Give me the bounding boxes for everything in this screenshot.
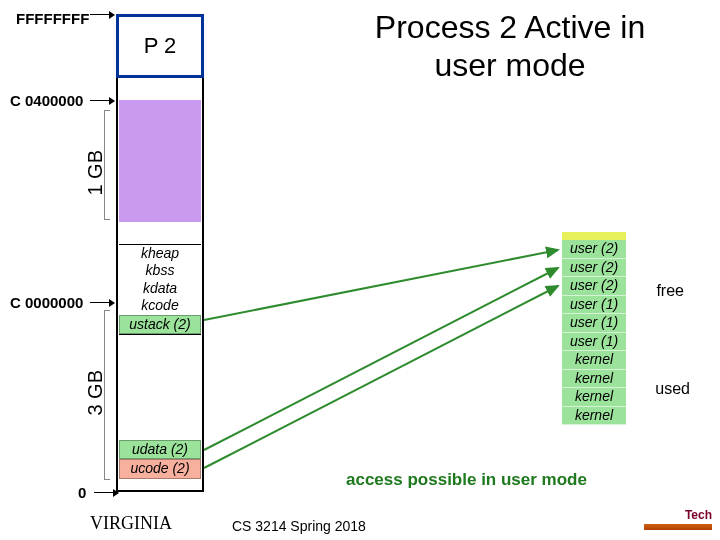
arrow-marker-icon xyxy=(90,302,114,303)
label-free: free xyxy=(656,282,684,300)
seg-kcode: kcode xyxy=(119,297,201,314)
frame-row: user (1) xyxy=(562,333,626,352)
virginia-logo: VIRGINIA xyxy=(90,513,172,534)
svg-line-2 xyxy=(204,286,558,468)
frame-row: kernel xyxy=(562,407,626,426)
seg-kbss: kbss xyxy=(119,262,201,279)
addr-c0000000: C 0000000 xyxy=(10,294,83,311)
svg-line-0 xyxy=(204,250,558,320)
footer-course: CS 3214 Spring 2018 xyxy=(232,518,366,534)
arrow-marker-icon xyxy=(90,100,114,101)
addr-c0400000: C 0400000 xyxy=(10,92,83,109)
seg-ustack: ustack (2) xyxy=(119,315,201,334)
frame-row: user (1) xyxy=(562,314,626,333)
user-segments: udata (2) ucode (2) xyxy=(119,440,201,479)
label-1gb: 1 GB xyxy=(84,150,107,196)
addr-zero: 0 xyxy=(78,484,86,501)
kernel-segments: kheap kbss kdata kcode ustack (2) xyxy=(119,244,201,335)
frame-row: user (2) xyxy=(562,232,626,259)
unused-kernel-region xyxy=(119,100,201,222)
seg-kheap: kheap xyxy=(119,245,201,262)
frame-row: user (2) xyxy=(562,277,626,296)
seg-kdata: kdata xyxy=(119,280,201,297)
seg-ucode: ucode (2) xyxy=(119,459,201,478)
access-mode-text: access possible in user mode xyxy=(346,470,587,490)
label-used: used xyxy=(655,380,690,398)
frame-row: user (2) xyxy=(562,259,626,278)
frame-row: user (1) xyxy=(562,296,626,315)
slide-title: Process 2 Active in user mode xyxy=(340,8,680,85)
arrow-marker-icon xyxy=(94,492,118,493)
frame-row: kernel xyxy=(562,370,626,389)
process-2-box: P 2 xyxy=(116,14,204,78)
label-3gb: 3 GB xyxy=(84,370,107,416)
arrow-marker-icon xyxy=(90,14,114,15)
frame-row: kernel xyxy=(562,351,626,370)
vt-logo: Tech xyxy=(622,508,712,532)
addr-ffffffff: FFFFFFFF xyxy=(16,10,89,27)
frame-table: user (2) user (2) user (2) user (1) user… xyxy=(562,232,626,425)
frame-row: kernel xyxy=(562,388,626,407)
seg-udata: udata (2) xyxy=(119,440,201,459)
svg-line-1 xyxy=(204,268,558,450)
